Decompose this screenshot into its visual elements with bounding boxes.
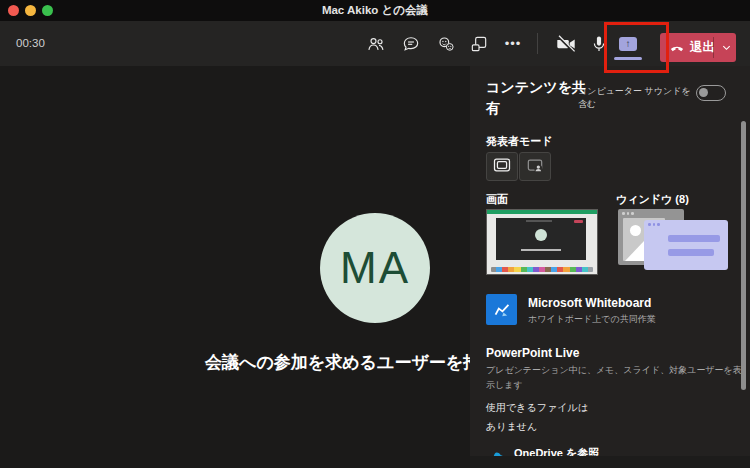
thumbnail-app-titlebar [487,210,597,214]
camera-toggle-button[interactable] [554,32,578,56]
leave-button-label: 退出 [690,39,715,56]
reactions-button[interactable] [434,32,458,56]
no-files-text: 使用できるファイルはありません [486,398,592,436]
whiteboard-option[interactable]: Microsoft Whiteboard ホワイトボード上での共同作業 [470,291,750,331]
computer-sound-toggle[interactable] [696,85,726,101]
screen-share-thumbnail[interactable] [486,209,598,275]
avatar-initials: MA [340,243,410,293]
leave-options-button[interactable] [716,33,736,62]
mic-icon [589,34,609,54]
avatar: MA [320,213,430,323]
participants-button[interactable] [364,32,388,56]
window-bottom-edge [470,456,750,468]
thumbnail-meeting-window [496,218,586,260]
share-active-underline [614,57,642,60]
powerpoint-live-subtitle: プレゼンテーション中に、メモ、スライド、対象ユーザーを表示します [486,363,742,393]
panel-title: コンテンツを共有 [486,77,590,119]
window-share-thumbnail[interactable] [616,209,728,273]
share-arrow-icon: ↑ [626,38,631,49]
windows-section-label: ウィンドウ (8) [616,192,689,207]
breakout-rooms-icon [469,34,489,54]
toggle-knob [699,88,708,97]
illustration-front-window [644,220,728,270]
powerpoint-live-title: PowerPoint Live [486,346,579,360]
whiteboard-title: Microsoft Whiteboard [528,296,651,310]
reactions-icon [436,34,456,54]
chat-icon [401,34,421,54]
toolbar-divider [537,33,538,54]
presenter-mode-content-only-button[interactable] [486,152,518,181]
whiteboard-icon [486,294,517,325]
breakout-rooms-button[interactable] [467,32,491,56]
panel-scrollbar[interactable] [741,121,746,390]
chat-button[interactable] [399,32,423,56]
more-actions-button[interactable]: ••• [501,32,525,56]
content-only-icon [492,155,512,179]
screen-section-label: 画面 [486,192,508,207]
leave-meeting-button[interactable]: 退出 [660,33,736,62]
meeting-timer: 00:30 [16,21,45,66]
titlebar: Mac Akiko との会議 [0,0,750,21]
teams-meeting-window: Mac Akiko との会議 00:30 [0,0,750,468]
presenter-mode-label: 発表者モード [486,134,553,149]
camera-off-icon [555,33,577,55]
presenter-mode-standout-button[interactable] [519,152,551,181]
mic-toggle-button[interactable] [587,32,611,56]
people-icon [366,34,386,54]
thumbnail-dock [491,267,593,272]
standout-presenter-icon [525,155,545,179]
more-icon: ••• [505,32,522,56]
leave-split-divider [713,37,714,58]
stage-status-text: 会議への参加を求めるユーザーを招 [205,351,480,374]
whiteboard-subtitle: ホワイトボード上での共同作業 [528,313,656,326]
chevron-down-icon [721,39,732,57]
window-title: Mac Akiko との会議 [0,0,750,21]
hangup-phone-icon [669,40,685,56]
share-content-panel: コンテンツを共有 コンピューター サウンドを含む 発表者モード [470,66,750,468]
computer-sound-label: コンピューター サウンドを含む [578,85,692,111]
share-content-button[interactable]: ↑ [619,37,637,51]
